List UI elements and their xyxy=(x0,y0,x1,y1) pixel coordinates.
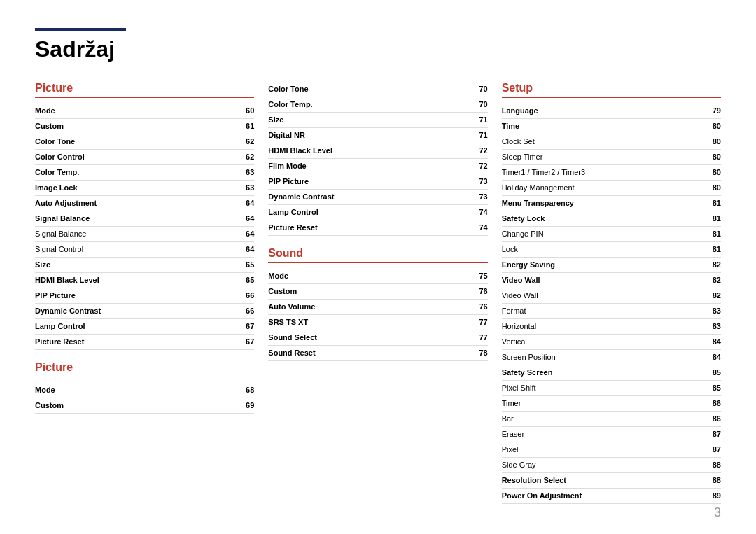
toc-row: Color Temp.70 xyxy=(268,97,487,113)
toc-page-num: 64 xyxy=(240,230,254,238)
columns: Picture Mode60Custom61Color Tone62Color … xyxy=(35,82,721,504)
toc-row: PIP Picture66 xyxy=(35,288,254,304)
toc-label: Sound Reset xyxy=(268,349,473,357)
toc-label: Sleep Timer xyxy=(502,153,707,161)
toc-page-num: 74 xyxy=(474,223,488,232)
toc-row: Mode75 xyxy=(268,269,487,284)
toc-page-num: 75 xyxy=(474,272,488,280)
toc-page-num: 71 xyxy=(474,115,488,124)
toc-row: Digital NR71 xyxy=(268,128,487,143)
toc-label: Screen Position xyxy=(502,353,707,361)
toc-row: Power On Adjustment89 xyxy=(502,489,721,504)
toc-page-num: 72 xyxy=(474,146,488,155)
toc-page-num: 79 xyxy=(707,106,721,115)
toc-page-num: 82 xyxy=(707,291,721,300)
title-bar xyxy=(35,28,126,31)
toc-label: Signal Control xyxy=(35,245,240,253)
toc-row: Eraser87 xyxy=(502,427,721,442)
title-section: Sadržaj xyxy=(35,28,721,62)
toc-label: Format xyxy=(502,307,707,315)
toc-page-num: 69 xyxy=(240,401,254,409)
toc-page-num: 87 xyxy=(707,445,721,454)
toc-row: Auto Volume76 xyxy=(268,300,487,315)
toc-row: PIP Picture73 xyxy=(268,174,487,190)
toc-label: Lamp Control xyxy=(268,208,473,216)
toc-row: Dynamic Contrast66 xyxy=(35,304,254,319)
toc-label: Custom xyxy=(268,287,473,295)
toc-label: Film Mode xyxy=(268,162,473,170)
toc-label: Size xyxy=(35,260,240,269)
toc-page-num: 84 xyxy=(707,337,721,346)
toc-label: Language xyxy=(502,106,707,115)
toc-label: Clock Set xyxy=(502,137,707,146)
toc-page-num: 66 xyxy=(240,307,254,315)
toc-row: Lock81 xyxy=(502,242,721,258)
toc-row: Custom69 xyxy=(35,398,254,414)
toc-row: Mode60 xyxy=(35,104,254,119)
toc-row: Lamp Control74 xyxy=(268,205,487,220)
toc-row: Signal Balance64 xyxy=(35,211,254,227)
toc-row: Custom61 xyxy=(35,119,254,134)
toc-page-num: 84 xyxy=(707,353,721,361)
toc-label: Digital NR xyxy=(268,131,473,139)
toc-page-num: 88 xyxy=(707,476,721,484)
toc-label: Size xyxy=(268,115,473,124)
toc-page-num: 60 xyxy=(240,106,254,115)
toc-page-num: 76 xyxy=(474,287,488,295)
toc-row: Screen Position84 xyxy=(502,350,721,365)
toc-row: Energy Saving82 xyxy=(502,258,721,273)
toc-page-num: 65 xyxy=(240,260,254,269)
toc-label: Picture Reset xyxy=(268,223,473,232)
toc-page-num: 80 xyxy=(707,153,721,161)
toc-page-num: 73 xyxy=(474,192,488,201)
toc-page-num: 63 xyxy=(240,168,254,176)
toc-label: Mode xyxy=(35,106,240,115)
toc-row: Auto Adjustment64 xyxy=(35,196,254,211)
toc-label: Color Tone xyxy=(35,137,240,146)
toc-label: Color Temp. xyxy=(35,168,240,176)
toc-page-num: 88 xyxy=(707,461,721,469)
toc-page-num: 82 xyxy=(707,276,721,284)
toc-page-num: 64 xyxy=(240,214,254,223)
toc-label: Lamp Control xyxy=(35,322,240,330)
section-picture-2-title: Picture xyxy=(35,361,254,377)
page: Sadržaj Picture Mode60Custom61Color Tone… xyxy=(0,0,756,534)
toc-row: Color Temp.63 xyxy=(35,165,254,181)
toc-row: Mode68 xyxy=(35,383,254,398)
toc-page-num: 82 xyxy=(707,260,721,269)
toc-page-num: 70 xyxy=(474,100,488,108)
toc-page-num: 87 xyxy=(707,430,721,438)
column-2: Color Tone70Color Temp.70Size71Digital N… xyxy=(268,82,501,504)
page-number: 3 xyxy=(714,505,721,520)
toc-label: Video Wall xyxy=(502,276,707,284)
toc-page-num: 71 xyxy=(474,131,488,139)
toc-label: Time xyxy=(502,122,707,130)
toc-page-num: 83 xyxy=(707,307,721,315)
toc-label: Mode xyxy=(268,272,473,280)
toc-row: Size65 xyxy=(35,258,254,273)
toc-row: Safety Screen85 xyxy=(502,365,721,381)
toc-label: Lock xyxy=(502,245,707,253)
toc-page-num: 68 xyxy=(240,386,254,394)
toc-label: Resolution Select xyxy=(502,476,707,484)
section-picture-1-title: Picture xyxy=(35,82,254,98)
toc-row: Side Gray88 xyxy=(502,458,721,473)
col1-section1-rows: Mode60Custom61Color Tone62Color Control6… xyxy=(35,104,254,350)
toc-row: Timer1 / Timer2 / Timer380 xyxy=(502,165,721,181)
toc-label: Holiday Management xyxy=(502,183,707,192)
toc-label: Side Gray xyxy=(502,461,707,469)
toc-label: Horizontal xyxy=(502,322,707,330)
toc-page-num: 65 xyxy=(240,276,254,284)
toc-row: Picture Reset67 xyxy=(35,335,254,350)
toc-row: Sound Select77 xyxy=(268,330,487,346)
toc-page-num: 81 xyxy=(707,214,721,223)
toc-page-num: 72 xyxy=(474,162,488,170)
toc-label: Menu Transparency xyxy=(502,199,707,207)
toc-page-num: 80 xyxy=(707,137,721,146)
page-title: Sadržaj xyxy=(35,36,721,62)
toc-row: Video Wall82 xyxy=(502,288,721,304)
toc-row: HDMI Black Level65 xyxy=(35,273,254,288)
toc-page-num: 81 xyxy=(707,245,721,253)
toc-page-num: 76 xyxy=(474,302,488,311)
toc-label: Custom xyxy=(35,401,240,409)
